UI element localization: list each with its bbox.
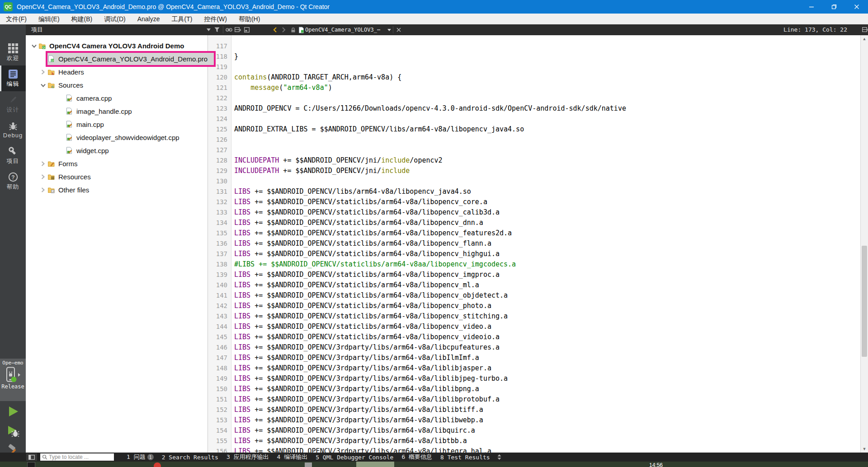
tree-item-content[interactable]: Other files [47,184,208,196]
code-editor[interactable]: 117118}119120contains(ANDROID_TARGET_ARC… [208,35,860,453]
code-line-144[interactable]: 144LIBS += $$ANDROID_OPENCV/staticlibs/a… [208,322,860,332]
tab-dropdown-icon[interactable] [385,24,393,35]
code-line-128[interactable]: 128INCLUDEPATH += $$ANDROID_OPENCV/jni/i… [208,155,860,166]
menu-item-1[interactable]: 编辑(E) [33,14,66,24]
chevron-down-icon[interactable] [38,82,47,89]
code-line-141[interactable]: 141LIBS += $$ANDROID_OPENCV/staticlibs/a… [208,290,860,301]
code-line-132[interactable]: 132LIBS += $$ANDROID_OPENCV/staticlibs/a… [208,197,860,207]
code-line-142[interactable]: 142LIBS += $$ANDROID_OPENCV/staticlibs/a… [208,301,860,311]
run-button[interactable] [6,405,20,418]
restore-button[interactable] [823,0,845,14]
tree-item-content[interactable]: hHeaders [47,66,208,78]
tree-item-camera-cpp[interactable]: camera.cpp [26,92,208,105]
code-line-127[interactable]: 127 [208,145,860,155]
code-line-152[interactable]: 152LIBS += $$ANDROID_OPENCV/3rdparty/lib… [208,405,860,415]
code-line-121[interactable]: 121 message("arm64-v8a") [208,83,860,93]
tree-item-headers[interactable]: hHeaders [26,65,208,79]
code-line-122[interactable]: 122 [208,93,860,103]
minimize-button[interactable] [800,0,823,14]
menu-item-2[interactable]: 构建(B) [66,14,99,24]
tree-item-opencv4-camera-yolov3-android-demo-pro[interactable]: QtOpenCV4_Camera_YOLOV3_Android_Demo.pro [26,52,208,65]
tree-item-content[interactable]: videoplayer_showvideowidget.cpp [66,131,208,144]
tree-item-content[interactable]: widget.cpp [66,145,208,157]
debug-run-button[interactable] [6,425,20,438]
menu-item-7[interactable]: 帮助(H) [233,14,266,24]
mode-item-1[interactable]: 编辑 [0,65,26,91]
code-line-138[interactable]: 138#LIBS += $$ANDROID_OPENCV/staticlibs/… [208,259,860,270]
tree-item-content[interactable]: camera.cpp [66,92,208,104]
mode-item-0[interactable]: 欢迎 [0,40,26,65]
tree-item-image-handle-cpp[interactable]: image_handle.cpp [26,105,208,118]
sync-with-editor-icon[interactable] [225,24,233,35]
menu-item-4[interactable]: Analyze [132,14,166,24]
filter-icon[interactable] [213,24,221,35]
tree-item-opencv4-camera-yolov3-android-demo[interactable]: QtOpenCV4 Camera YOLOV3 Android Demo [26,39,208,52]
code-line-129[interactable]: 129INCLUDEPATH += $$ANDROID_OPENCV/jni/i… [208,166,860,176]
tree-item-forms[interactable]: Forms [26,157,208,170]
chevron-right-icon[interactable] [38,160,47,168]
tree-item-content[interactable]: Resources [47,171,208,183]
code-line-118[interactable]: 118} [208,51,860,62]
toggle-sidebar-button[interactable] [26,453,37,461]
close-button[interactable] [845,0,868,14]
code-line-119[interactable]: 119 [208,62,860,72]
tree-item-main-cpp[interactable]: main.cpp [26,118,208,131]
taskbar-active-app-button[interactable] [356,462,394,467]
editor-tab-title[interactable]: OpenCV4_Camera_YOLOV3_⋯ [305,24,380,35]
scroll-down-icon[interactable]: ▼ [861,445,868,453]
editor-scrollbar[interactable]: ▲ ▼ [860,35,868,453]
chevron-right-icon[interactable] [38,69,47,76]
tree-item-widget-cpp[interactable]: widget.cpp [26,144,208,157]
output-pane-tab-4[interactable]: 4 编译输出 [277,453,308,461]
menu-item-5[interactable]: 工具(T) [165,14,198,24]
code-line-117[interactable]: 117 [208,41,860,51]
code-line-135[interactable]: 135LIBS += $$ANDROID_OPENCV/staticlibs/a… [208,228,860,238]
taskbar-gray-app-icon[interactable] [305,462,312,467]
menu-item-6[interactable]: 控件(W) [198,14,233,24]
code-line-146[interactable]: 146LIBS += $$ANDROID_OPENCV/3rdparty/lib… [208,342,860,353]
chevron-down-icon[interactable] [29,42,38,50]
code-line-155[interactable]: 155LIBS += $$ANDROID_OPENCV/3rdparty/lib… [208,436,860,446]
code-line-151[interactable]: 151LIBS += $$ANDROID_OPENCV/3rdparty/lib… [208,394,860,405]
code-line-136[interactable]: 136LIBS += $$ANDROID_OPENCV/staticlibs/a… [208,238,860,249]
close-panel-icon[interactable] [243,24,251,35]
locator-box[interactable] [40,453,114,461]
output-pane-tab-5[interactable]: 5 QML Debugger Console [316,454,393,461]
code-line-134[interactable]: 134LIBS += $$ANDROID_OPENCV/staticlibs/a… [208,218,860,228]
code-line-140[interactable]: 140LIBS += $$ANDROID_OPENCV/staticlibs/a… [208,280,860,290]
panel-view-dropdown-icon[interactable] [204,24,212,35]
taskbar-red-app-icon[interactable] [154,462,161,467]
go-back-icon[interactable] [271,24,279,35]
output-pane-tab-6[interactable]: 6 概要信息 [401,453,432,461]
tree-item-resources[interactable]: Resources [26,170,208,183]
mode-item-5[interactable]: ?帮助 [0,168,26,194]
tree-item-content[interactable]: Forms [47,158,208,170]
menu-item-3[interactable]: 调试(D) [98,14,131,24]
output-pane-tab-3[interactable]: 3 应用程序输出 [226,453,269,461]
chevron-right-icon[interactable] [38,187,47,194]
code-line-156[interactable]: 156LIBS += $$ANDROID_OPENCV/3rdparty/lib… [208,446,860,453]
go-forward-icon[interactable] [280,24,288,35]
taskbar-button[interactable] [27,462,35,467]
tree-item-content[interactable]: CSources [47,79,208,91]
locator-input[interactable] [49,454,107,460]
tree-item-content[interactable]: main.cpp [66,118,208,131]
output-pane-tab-7[interactable]: 8 Test Results [440,454,490,461]
code-line-153[interactable]: 153LIBS += $$ANDROID_OPENCV/3rdparty/lib… [208,415,860,425]
chevron-right-icon[interactable] [38,173,47,181]
kit-selector[interactable]: Ope⋯emo Release [0,359,26,401]
tree-item-sources[interactable]: CSources [26,79,208,92]
code-line-143[interactable]: 143LIBS += $$ANDROID_OPENCV/staticlibs/a… [208,311,860,322]
code-line-145[interactable]: 145LIBS += $$ANDROID_OPENCV/staticlibs/a… [208,332,860,342]
mode-item-debug[interactable]: Debug [0,117,26,143]
code-line-124[interactable]: 124 [208,114,860,124]
code-line-120[interactable]: 120contains(ANDROID_TARGET_ARCH,arm64-v8… [208,72,860,83]
output-panes-arrows-icon[interactable] [497,454,501,460]
code-line-130[interactable]: 130 [208,176,860,187]
code-line-126[interactable]: 126 [208,135,860,145]
code-line-147[interactable]: 147LIBS += $$ANDROID_OPENCV/3rdparty/lib… [208,353,860,363]
tree-item-content[interactable]: QtOpenCV4 Camera YOLOV3 Android Demo [38,40,208,52]
code-line-125[interactable]: 125ANDROID_EXTRA_LIBS = $$ANDROID_OPENCV… [208,124,860,135]
tree-item-content[interactable]: QtOpenCV4_Camera_YOLOV3_Android_Demo.pro [47,53,214,65]
code-line-149[interactable]: 149LIBS += $$ANDROID_OPENCV/3rdparty/lib… [208,374,860,384]
